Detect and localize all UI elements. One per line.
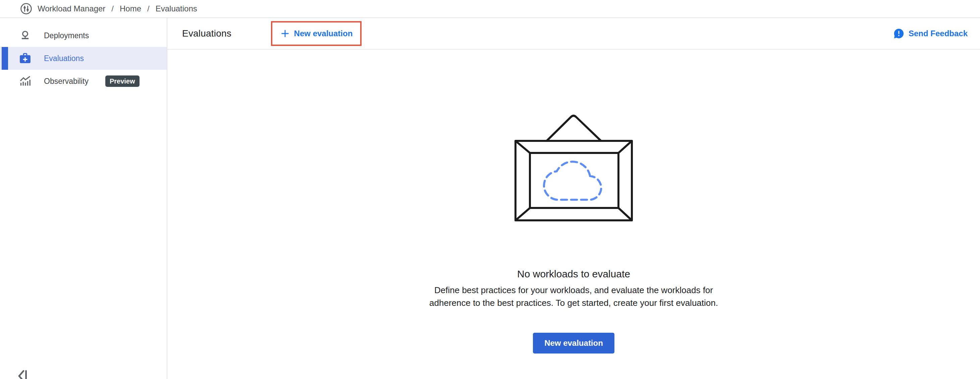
page-header: Evaluations New evaluation Send Feedb bbox=[167, 18, 980, 49]
preview-badge: Preview bbox=[105, 75, 140, 87]
new-evaluation-primary-button[interactable]: New evaluation bbox=[533, 333, 614, 354]
breadcrumb-workload-manager[interactable]: Workload Manager bbox=[38, 4, 105, 13]
workload-manager-app: Workload Manager / Home / Evaluations De… bbox=[0, 0, 980, 379]
description-line-2: adherence to the best practices. To get … bbox=[429, 298, 718, 308]
sidebar-item-deployments[interactable]: Deployments bbox=[0, 24, 167, 47]
new-evaluation-label: New evaluation bbox=[294, 29, 353, 38]
plus-icon bbox=[280, 29, 290, 38]
deployments-icon bbox=[18, 29, 32, 42]
empty-frame-illustration bbox=[514, 114, 633, 221]
sidebar-item-label: Evaluations bbox=[44, 54, 84, 63]
observability-icon bbox=[18, 75, 32, 88]
dashed-cloud bbox=[544, 162, 601, 200]
breadcrumb: Workload Manager / Home / Evaluations bbox=[38, 4, 197, 13]
breadcrumb-separator: / bbox=[111, 4, 114, 13]
sidebar-item-evaluations[interactable]: Evaluations bbox=[0, 47, 167, 70]
breadcrumb-bar: Workload Manager / Home / Evaluations bbox=[0, 0, 980, 18]
breadcrumb-home[interactable]: Home bbox=[120, 4, 141, 13]
empty-state-heading: No workloads to evaluate bbox=[517, 268, 630, 280]
collapse-sidebar-button[interactable] bbox=[16, 369, 29, 379]
new-evaluation-button[interactable]: New evaluation bbox=[280, 29, 353, 38]
sidebar-item-label: Deployments bbox=[44, 31, 89, 40]
empty-state-description: Define best practices for your workloads… bbox=[429, 284, 718, 309]
annotation-highlight-box: New evaluation bbox=[271, 21, 361, 46]
workload-manager-icon bbox=[19, 2, 33, 16]
description-line-1: Define best practices for your workloads… bbox=[434, 285, 713, 295]
sidebar-item-label: Observability bbox=[44, 77, 89, 86]
page-title: Evaluations bbox=[182, 28, 231, 39]
feedback-icon bbox=[893, 28, 905, 39]
send-feedback-label: Send Feedback bbox=[908, 29, 967, 38]
evaluations-icon bbox=[18, 52, 32, 65]
breadcrumb-current-evaluations: Evaluations bbox=[156, 4, 197, 13]
sidebar-item-observability[interactable]: Observability Preview bbox=[0, 70, 167, 92]
breadcrumb-separator: / bbox=[147, 4, 150, 13]
send-feedback-button[interactable]: Send Feedback bbox=[893, 28, 967, 39]
sidebar: Deployments Evaluations Observability Pr… bbox=[0, 18, 167, 379]
empty-state: No workloads to evaluate Define best pra… bbox=[167, 50, 980, 379]
